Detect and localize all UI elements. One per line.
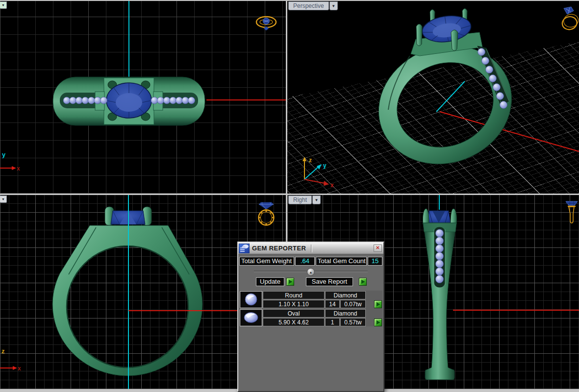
svg-text:z: z	[1, 347, 5, 355]
ring-orientation-icon-right	[564, 199, 579, 227]
viewport-front-menu[interactable]: ▼	[0, 196, 7, 203]
total-gem-count-label: Total Gem Count	[316, 257, 367, 266]
collapse-button[interactable]: ▲	[307, 268, 315, 276]
collapse-separator: ▲	[238, 268, 383, 276]
viewport-perspective[interactable]: Perspective ▼	[287, 1, 579, 194]
svg-text:x: x	[18, 365, 21, 372]
svg-text:x: x	[17, 165, 20, 172]
collapse-up-icon: ▲	[309, 270, 313, 274]
dropdown-arrow-icon: ▼	[1, 197, 5, 201]
gem-shape-cell: Oval	[263, 309, 325, 318]
viewport-right-tab[interactable]: Right ▼	[288, 196, 321, 204]
dialog-titlebar[interactable]: GEM REPORTER ✕	[238, 243, 383, 254]
play-icon	[361, 280, 365, 284]
axis-indicator-front: z x	[0, 344, 23, 373]
gem-count-cell: 1	[325, 318, 340, 326]
total-gem-count-value: 15	[368, 257, 382, 266]
gem-count-cell: 14	[325, 300, 340, 308]
gem-thumbnail-oval	[240, 309, 262, 326]
viewport-title[interactable]: Right	[288, 196, 312, 204]
play-icon	[289, 280, 292, 284]
center-oval-gem[interactable]	[106, 83, 151, 118]
actions-row: Update Save Report	[238, 277, 383, 286]
gem-table: Round Diamond 1.10 X 1.10 14 0.07tw Oval	[239, 291, 382, 326]
y-axis-line	[436, 81, 465, 112]
ring-orientation-icon-front	[255, 199, 277, 227]
dropdown-arrow-icon: ▼	[1, 3, 5, 7]
gem-weight-cell: 0.57tw	[340, 318, 366, 326]
total-gem-weight-value: .64	[295, 257, 315, 266]
row-go-button[interactable]	[374, 318, 382, 326]
center-gem-profile[interactable]	[427, 211, 451, 223]
ring-orientation-icon-top	[255, 14, 277, 31]
gem-weight-cell: 0.07tw	[340, 300, 366, 308]
titlebar-divider	[311, 245, 312, 252]
gem-type-cell: Diamond	[325, 291, 366, 299]
save-report-go-button[interactable]	[359, 278, 367, 286]
table-row[interactable]: Round Diamond 1.10 X 1.10 14 0.07tw	[240, 291, 378, 308]
totals-row: Total Gem Weight .64 Total Gem Count 15	[239, 257, 382, 266]
svg-text:y: y	[2, 151, 6, 158]
axis-indicator-top: y x	[0, 148, 22, 175]
save-report-button[interactable]: Save Report	[306, 277, 353, 286]
play-icon	[377, 302, 380, 306]
gem-size-cell: 5.90 X 4.62	[263, 318, 325, 326]
update-button[interactable]: Update	[256, 277, 284, 286]
table-row[interactable]: Oval Diamond 5.90 X 4.62 1 0.57tw	[240, 309, 378, 326]
dropdown-arrow-icon[interactable]: ▼	[312, 196, 321, 204]
ring-orientation-icon-perspective	[560, 5, 579, 33]
viewport-top[interactable]: ▼	[0, 1, 286, 194]
close-button[interactable]: ✕	[374, 245, 382, 252]
application-window: ▼	[0, 0, 579, 392]
row-go-button[interactable]	[374, 300, 382, 308]
gem-type-cell: Diamond	[325, 309, 366, 318]
dialog-title: GEM REPORTER	[252, 245, 306, 252]
viewport-top-menu[interactable]: ▼	[0, 1, 7, 9]
svg-text:y: y	[323, 162, 327, 169]
viewport-perspective-tab[interactable]: Perspective ▼	[288, 1, 338, 10]
svg-text:z: z	[309, 157, 312, 164]
gem-reporter-dialog: GEM REPORTER ✕ Total Gem Weight .64 Tota…	[237, 242, 384, 392]
axis-indicator-perspective: z y x	[297, 155, 338, 190]
gem-shape-cell: Round	[263, 291, 325, 299]
play-icon	[377, 320, 380, 324]
viewport-title[interactable]: Perspective	[288, 1, 329, 10]
update-go-button[interactable]	[286, 278, 294, 286]
total-gem-weight-label: Total Gem Weight	[239, 257, 294, 266]
gem-thumbnail-round	[240, 291, 262, 308]
ring-model-top-view[interactable]	[0, 1, 286, 194]
svg-text:x: x	[330, 182, 334, 189]
dropdown-arrow-icon[interactable]: ▼	[329, 1, 338, 10]
gem-reporter-icon	[239, 244, 250, 253]
gem-size-cell: 1.10 X 1.10	[263, 300, 325, 308]
